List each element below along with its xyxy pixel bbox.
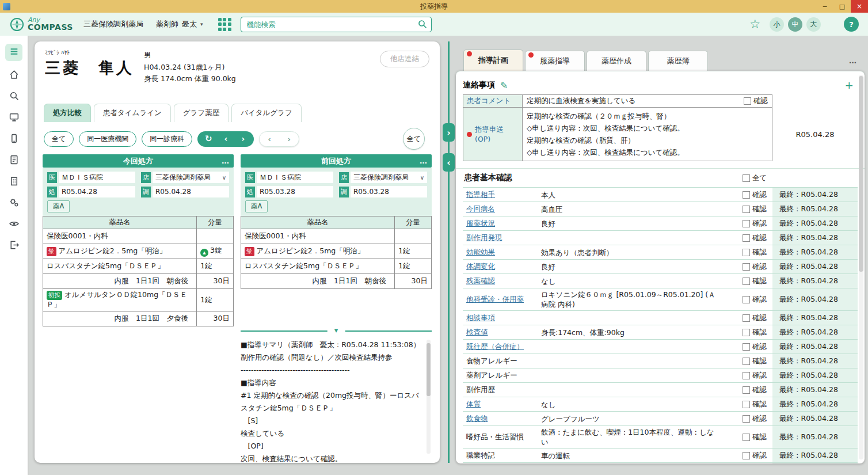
checkbox[interactable]	[743, 206, 750, 213]
basic-row-label[interactable]: 相談事項	[463, 313, 539, 323]
checkbox[interactable]	[743, 401, 750, 408]
sidebar-building-button[interactable]	[7, 175, 21, 189]
summary-scrollbar[interactable]	[427, 340, 431, 454]
drug-row[interactable]: ロスバスタチン錠5mg「ＤＳＥＰ」1錠	[241, 259, 432, 274]
expand-right-button[interactable]: ›	[443, 123, 455, 142]
tab-rx-compare[interactable]: 処方比較	[44, 104, 91, 122]
tab-history-create[interactable]: 薬歴作成	[587, 51, 646, 71]
edit-pencil-icon[interactable]: ✎	[500, 80, 508, 91]
basic-row-label[interactable]: 検査値	[463, 328, 539, 337]
refresh-icon[interactable]: ↻	[200, 134, 217, 144]
tab-vital-graph[interactable]: バイタルグラフ	[231, 104, 302, 122]
drug-row[interactable]: 内服 1日1回 夕食後30日	[43, 311, 234, 326]
sidebar-monitor-button[interactable]	[7, 111, 21, 125]
checkbox[interactable]	[744, 97, 751, 105]
right-panel-scrollbar[interactable]	[859, 75, 863, 459]
search-icon[interactable]	[418, 20, 427, 29]
basic-row-label[interactable]: 体質	[463, 400, 539, 409]
checkbox[interactable]	[743, 249, 750, 256]
sidebar-home-button[interactable]	[7, 69, 21, 82]
prev-rx-button[interactable]: ‹	[217, 134, 234, 143]
tab-history-book[interactable]: 薬歴簿	[648, 51, 708, 71]
checkbox[interactable]	[743, 220, 750, 227]
search-icon	[9, 90, 20, 103]
checkbox[interactable]	[743, 415, 750, 423]
sidebar-gears-button[interactable]	[7, 196, 21, 210]
font-size-button[interactable]: 大	[806, 17, 821, 32]
add-button[interactable]: ＋	[843, 77, 855, 94]
font-size-button[interactable]: 小	[770, 17, 784, 32]
checkbox[interactable]	[743, 234, 750, 242]
current-rx-store-value[interactable]: 三菱保険調剤薬局∨	[153, 172, 229, 183]
prev-page-button[interactable]: ‹	[260, 135, 279, 143]
minimize-button[interactable]: −	[816, 0, 833, 13]
checkbox[interactable]	[743, 358, 750, 365]
drug-row[interactable]: 禁アムロジピン錠2．5mg「明治」▲3錠	[43, 244, 234, 259]
basic-row-label[interactable]: 既往歴（合併症）	[463, 342, 539, 352]
tab-graph-history[interactable]: グラフ薬歴	[174, 104, 229, 122]
apps-grid-button[interactable]	[218, 18, 231, 31]
filter-same-hospital-button[interactable]: 同一医療機関	[79, 131, 136, 147]
pharmacist-menu[interactable]: 薬剤師 憂太 ▾	[156, 19, 203, 29]
other-store-link-button[interactable]: 他店連結	[380, 51, 429, 67]
filter-all-button[interactable]: 全て	[44, 131, 74, 147]
previous-rx-store-value[interactable]: 三菱保険調剤薬局∨	[351, 172, 427, 183]
font-size-button[interactable]: 中	[788, 17, 802, 32]
search-input[interactable]	[241, 17, 432, 32]
sidebar-search-button[interactable]	[7, 90, 21, 104]
help-button[interactable]: ?	[844, 17, 859, 32]
basic-row-confirm: 確認	[723, 313, 772, 323]
sidebar-journal-button[interactable]	[7, 154, 21, 168]
checkbox[interactable]	[743, 191, 750, 199]
logout-icon	[9, 240, 20, 252]
checkbox[interactable]	[743, 329, 750, 336]
checkbox[interactable]	[743, 278, 750, 285]
sidebar-logout-button[interactable]	[7, 239, 21, 253]
next-rx-button[interactable]: ›	[234, 134, 252, 143]
close-button[interactable]: ×	[851, 0, 868, 13]
more-menu-button[interactable]: …	[420, 157, 427, 165]
checkbox[interactable]	[743, 343, 750, 351]
basic-row-label[interactable]: 残薬確認	[463, 276, 539, 286]
show-all-button[interactable]: 全て	[403, 128, 425, 150]
drug-row[interactable]: 保険医0001・内科	[43, 229, 234, 244]
drug-row[interactable]: 禁アムロジピン錠2．5mg「明治」1錠	[241, 244, 432, 259]
collapse-left-button[interactable]: ‹	[443, 153, 455, 172]
checkbox[interactable]	[743, 263, 750, 271]
drug-row[interactable]: ロスバスタチン錠5mg「ＤＳＥＰ」1錠	[43, 259, 234, 274]
basic-row-label[interactable]: 服薬状況	[463, 219, 539, 229]
basic-row-label[interactable]: 飲食物	[463, 414, 539, 424]
basic-row-label[interactable]: 効能効果	[463, 248, 539, 257]
drug-row[interactable]: 保険医0001・内科	[241, 229, 432, 244]
collapse-chevron-icon[interactable]: ▾	[328, 326, 345, 334]
maximize-button[interactable]: □	[833, 0, 851, 13]
favorite-star-icon[interactable]: ☆	[749, 17, 760, 31]
checkbox[interactable]	[743, 314, 750, 322]
more-menu-button[interactable]: …	[222, 157, 229, 165]
sidebar-menu-button[interactable]	[5, 44, 22, 61]
tabs-more-button[interactable]: …	[849, 56, 856, 71]
checkbox[interactable]	[743, 386, 750, 394]
drug-row[interactable]: 初投オルメサルタンＯＤ錠10mg「ＤＳＥＰ」1錠	[43, 289, 234, 311]
checkbox[interactable]	[743, 372, 750, 379]
basic-row-label[interactable]: 今回病名	[463, 204, 539, 214]
checkbox[interactable]	[743, 434, 750, 441]
basic-row-label[interactable]: 体調変化	[463, 262, 539, 272]
drug-row[interactable]: 内服 1日1回 朝食後30日	[43, 274, 234, 289]
next-page-button[interactable]: ›	[279, 135, 299, 143]
sidebar-eye-button[interactable]	[7, 218, 21, 231]
basic-row-label[interactable]: 他科受診・併用薬	[463, 295, 539, 305]
checkbox[interactable]	[743, 174, 750, 182]
sidebar-phone-button[interactable]	[7, 132, 21, 146]
checkbox[interactable]	[743, 296, 750, 303]
tab-guidance-plan[interactable]: 指導計画	[463, 50, 523, 71]
confirm-checkbox-group: 確認	[743, 414, 767, 424]
tab-medication-guidance[interactable]: 服薬指導	[525, 51, 585, 71]
basic-row-label[interactable]: 指導相手	[463, 190, 539, 200]
filter-same-department-button[interactable]: 同一診療科	[142, 131, 192, 147]
checkbox[interactable]	[743, 452, 750, 459]
send-note-line: ◇申し送り内容：次回、検査結果について確認。	[527, 146, 768, 158]
basic-row-label[interactable]: 副作用発現	[463, 233, 539, 243]
tab-patient-timeline[interactable]: 患者タイムライン	[94, 104, 171, 122]
drug-row[interactable]: 内服 1日1回 朝食後30日	[241, 274, 432, 289]
